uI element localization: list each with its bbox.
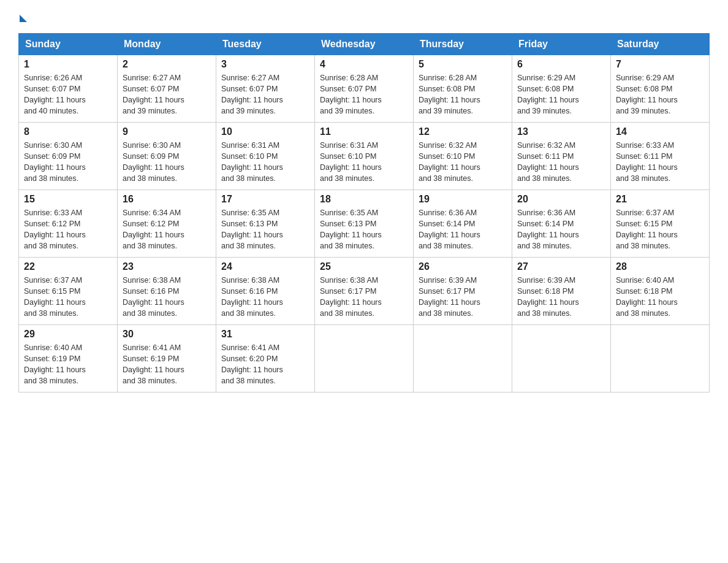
day-info: Sunrise: 6:39 AM Sunset: 6:18 PM Dayligh… xyxy=(517,275,605,320)
day-number: 16 xyxy=(123,194,211,205)
calendar-day-cell: 27 Sunrise: 6:39 AM Sunset: 6:18 PM Dayl… xyxy=(512,258,611,325)
day-header-thursday: Thursday xyxy=(414,34,512,55)
day-number: 26 xyxy=(419,261,507,272)
day-info: Sunrise: 6:35 AM Sunset: 6:13 PM Dayligh… xyxy=(221,207,309,252)
calendar-day-cell: 7 Sunrise: 6:29 AM Sunset: 6:08 PM Dayli… xyxy=(611,55,710,123)
day-info: Sunrise: 6:27 AM Sunset: 6:07 PM Dayligh… xyxy=(221,72,309,117)
day-number: 20 xyxy=(517,194,605,205)
day-number: 30 xyxy=(123,329,211,340)
calendar-day-cell: 5 Sunrise: 6:28 AM Sunset: 6:08 PM Dayli… xyxy=(414,55,512,123)
day-info: Sunrise: 6:33 AM Sunset: 6:12 PM Dayligh… xyxy=(24,207,112,252)
day-number: 25 xyxy=(320,261,408,272)
day-info: Sunrise: 6:32 AM Sunset: 6:11 PM Dayligh… xyxy=(517,140,605,185)
calendar-day-cell: 15 Sunrise: 6:33 AM Sunset: 6:12 PM Dayl… xyxy=(19,190,118,258)
day-info: Sunrise: 6:29 AM Sunset: 6:08 PM Dayligh… xyxy=(517,72,605,117)
calendar-day-cell: 30 Sunrise: 6:41 AM Sunset: 6:19 PM Dayl… xyxy=(118,325,216,393)
calendar-day-cell: 10 Sunrise: 6:31 AM Sunset: 6:10 PM Dayl… xyxy=(216,123,315,190)
day-number: 18 xyxy=(320,194,408,205)
calendar-day-cell: 16 Sunrise: 6:34 AM Sunset: 6:12 PM Dayl… xyxy=(118,190,216,258)
calendar-day-cell: 23 Sunrise: 6:38 AM Sunset: 6:16 PM Dayl… xyxy=(118,258,216,325)
day-number: 2 xyxy=(123,59,211,70)
day-number: 15 xyxy=(24,194,112,205)
logo-arrow-icon xyxy=(20,15,27,22)
day-number: 19 xyxy=(419,194,507,205)
day-info: Sunrise: 6:38 AM Sunset: 6:16 PM Dayligh… xyxy=(221,275,309,320)
day-number: 27 xyxy=(517,261,605,272)
calendar-day-cell xyxy=(512,325,611,393)
calendar-day-cell: 22 Sunrise: 6:37 AM Sunset: 6:15 PM Dayl… xyxy=(19,258,118,325)
day-number: 24 xyxy=(221,261,309,272)
day-info: Sunrise: 6:37 AM Sunset: 6:15 PM Dayligh… xyxy=(616,207,704,252)
calendar-week-1: 1 Sunrise: 6:26 AM Sunset: 6:07 PM Dayli… xyxy=(19,55,710,123)
day-number: 28 xyxy=(616,261,704,272)
calendar-week-5: 29 Sunrise: 6:40 AM Sunset: 6:19 PM Dayl… xyxy=(19,325,710,393)
calendar-day-cell xyxy=(315,325,414,393)
day-number: 17 xyxy=(221,194,309,205)
day-info: Sunrise: 6:28 AM Sunset: 6:08 PM Dayligh… xyxy=(419,72,507,117)
day-info: Sunrise: 6:40 AM Sunset: 6:18 PM Dayligh… xyxy=(616,275,704,320)
day-number: 6 xyxy=(517,59,605,70)
day-info: Sunrise: 6:36 AM Sunset: 6:14 PM Dayligh… xyxy=(517,207,605,252)
day-header-friday: Friday xyxy=(512,34,611,55)
day-info: Sunrise: 6:30 AM Sunset: 6:09 PM Dayligh… xyxy=(24,140,112,185)
calendar-week-3: 15 Sunrise: 6:33 AM Sunset: 6:12 PM Dayl… xyxy=(19,190,710,258)
day-header-tuesday: Tuesday xyxy=(216,34,315,55)
day-number: 14 xyxy=(616,126,704,137)
calendar-week-4: 22 Sunrise: 6:37 AM Sunset: 6:15 PM Dayl… xyxy=(19,258,710,325)
calendar-day-cell: 28 Sunrise: 6:40 AM Sunset: 6:18 PM Dayl… xyxy=(611,258,710,325)
calendar-day-cell: 14 Sunrise: 6:33 AM Sunset: 6:11 PM Dayl… xyxy=(611,123,710,190)
day-info: Sunrise: 6:41 AM Sunset: 6:20 PM Dayligh… xyxy=(221,342,309,387)
calendar-week-2: 8 Sunrise: 6:30 AM Sunset: 6:09 PM Dayli… xyxy=(19,123,710,190)
day-number: 4 xyxy=(320,59,408,70)
day-info: Sunrise: 6:34 AM Sunset: 6:12 PM Dayligh… xyxy=(123,207,211,252)
calendar-day-cell: 6 Sunrise: 6:29 AM Sunset: 6:08 PM Dayli… xyxy=(512,55,611,123)
calendar-day-cell: 31 Sunrise: 6:41 AM Sunset: 6:20 PM Dayl… xyxy=(216,325,315,393)
calendar-day-cell: 21 Sunrise: 6:37 AM Sunset: 6:15 PM Dayl… xyxy=(611,190,710,258)
day-number: 22 xyxy=(24,261,112,272)
day-header-saturday: Saturday xyxy=(611,34,710,55)
day-info: Sunrise: 6:30 AM Sunset: 6:09 PM Dayligh… xyxy=(123,140,211,185)
day-number: 23 xyxy=(123,261,211,272)
day-info: Sunrise: 6:41 AM Sunset: 6:19 PM Dayligh… xyxy=(123,342,211,387)
day-info: Sunrise: 6:32 AM Sunset: 6:10 PM Dayligh… xyxy=(419,140,507,185)
calendar-day-cell: 8 Sunrise: 6:30 AM Sunset: 6:09 PM Dayli… xyxy=(19,123,118,190)
day-info: Sunrise: 6:39 AM Sunset: 6:17 PM Dayligh… xyxy=(419,275,507,320)
day-info: Sunrise: 6:40 AM Sunset: 6:19 PM Dayligh… xyxy=(24,342,112,387)
calendar-day-cell: 19 Sunrise: 6:36 AM Sunset: 6:14 PM Dayl… xyxy=(414,190,512,258)
calendar-day-cell: 3 Sunrise: 6:27 AM Sunset: 6:07 PM Dayli… xyxy=(216,55,315,123)
day-number: 5 xyxy=(419,59,507,70)
day-number: 7 xyxy=(616,59,704,70)
calendar-day-cell: 13 Sunrise: 6:32 AM Sunset: 6:11 PM Dayl… xyxy=(512,123,611,190)
calendar-day-cell: 1 Sunrise: 6:26 AM Sunset: 6:07 PM Dayli… xyxy=(19,55,118,123)
day-number: 29 xyxy=(24,329,112,340)
calendar-table: SundayMondayTuesdayWednesdayThursdayFrid… xyxy=(18,33,710,393)
calendar-day-cell: 12 Sunrise: 6:32 AM Sunset: 6:10 PM Dayl… xyxy=(414,123,512,190)
calendar-day-cell xyxy=(611,325,710,393)
day-number: 1 xyxy=(24,59,112,70)
day-header-sunday: Sunday xyxy=(19,34,118,55)
day-info: Sunrise: 6:38 AM Sunset: 6:17 PM Dayligh… xyxy=(320,275,408,320)
calendar-day-cell: 11 Sunrise: 6:31 AM Sunset: 6:10 PM Dayl… xyxy=(315,123,414,190)
page-header xyxy=(18,12,710,21)
calendar-day-cell: 9 Sunrise: 6:30 AM Sunset: 6:09 PM Dayli… xyxy=(118,123,216,190)
day-info: Sunrise: 6:33 AM Sunset: 6:11 PM Dayligh… xyxy=(616,140,704,185)
day-info: Sunrise: 6:26 AM Sunset: 6:07 PM Dayligh… xyxy=(24,72,112,117)
calendar-day-cell xyxy=(414,325,512,393)
day-info: Sunrise: 6:36 AM Sunset: 6:14 PM Dayligh… xyxy=(419,207,507,252)
day-number: 9 xyxy=(123,126,211,137)
day-header-monday: Monday xyxy=(118,34,216,55)
day-number: 8 xyxy=(24,126,112,137)
calendar-day-cell: 17 Sunrise: 6:35 AM Sunset: 6:13 PM Dayl… xyxy=(216,190,315,258)
day-number: 31 xyxy=(221,329,309,340)
day-info: Sunrise: 6:37 AM Sunset: 6:15 PM Dayligh… xyxy=(24,275,112,320)
day-info: Sunrise: 6:38 AM Sunset: 6:16 PM Dayligh… xyxy=(123,275,211,320)
calendar-day-cell: 4 Sunrise: 6:28 AM Sunset: 6:07 PM Dayli… xyxy=(315,55,414,123)
day-number: 13 xyxy=(517,126,605,137)
day-number: 11 xyxy=(320,126,408,137)
calendar-header-row: SundayMondayTuesdayWednesdayThursdayFrid… xyxy=(19,34,710,55)
day-info: Sunrise: 6:35 AM Sunset: 6:13 PM Dayligh… xyxy=(320,207,408,252)
day-number: 12 xyxy=(419,126,507,137)
logo xyxy=(18,12,27,21)
calendar-day-cell: 18 Sunrise: 6:35 AM Sunset: 6:13 PM Dayl… xyxy=(315,190,414,258)
day-number: 10 xyxy=(221,126,309,137)
